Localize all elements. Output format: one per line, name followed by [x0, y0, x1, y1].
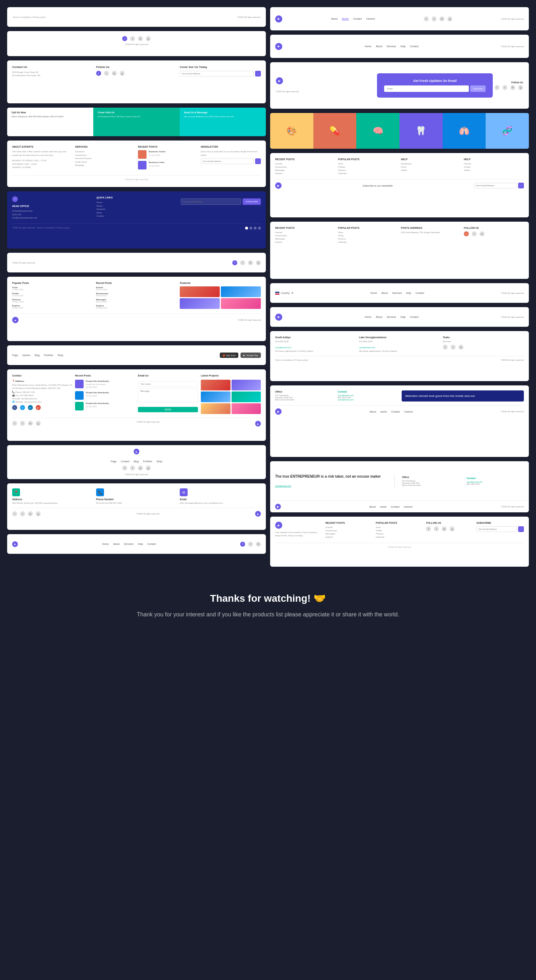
- linkedin-icon[interactable]: in: [138, 36, 143, 41]
- rn1-careers[interactable]: Careers: [366, 18, 375, 21]
- sn-about[interactable]: About: [376, 316, 382, 318]
- cfb-in[interactable]: in: [28, 421, 33, 426]
- ln2-contact[interactable]: Contact: [121, 460, 129, 463]
- email-sub-input[interactable]: [384, 86, 469, 92]
- nav-shop[interactable]: Shop: [57, 354, 63, 356]
- rn1-works[interactable]: Works: [342, 18, 349, 21]
- ape-in[interactable]: in: [28, 511, 33, 516]
- pa-in[interactable]: in: [479, 231, 485, 236]
- bn-fb[interactable]: f: [240, 542, 245, 547]
- ff-g[interactable]: g: [450, 526, 455, 531]
- center-tw-icon[interactable]: t: [240, 260, 245, 265]
- cf-in-icon[interactable]: in: [28, 405, 33, 410]
- ent-careers[interactable]: Careers: [404, 506, 413, 508]
- es-fb[interactable]: f: [495, 85, 500, 90]
- follow-fb-icon[interactable]: f: [96, 71, 101, 76]
- newsletter-email-input[interactable]: [201, 158, 254, 164]
- ent-works[interactable]: works: [380, 506, 386, 508]
- rn2-home[interactable]: Home: [365, 45, 372, 48]
- sn-services[interactable]: Services: [387, 316, 396, 318]
- ta-tw[interactable]: t: [450, 345, 455, 350]
- contact-email2-link[interactable]: user@email.com: [338, 399, 397, 401]
- ape-g[interactable]: g: [36, 511, 41, 516]
- facebook-icon[interactable]: f: [122, 36, 127, 41]
- visit-send-button[interactable]: ›: [255, 71, 261, 76]
- bn-help[interactable]: Help: [138, 543, 143, 545]
- cf-g-icon[interactable]: g+: [36, 405, 41, 410]
- center-fb-icon[interactable]: f: [232, 260, 237, 265]
- center-in-icon[interactable]: in: [248, 260, 253, 265]
- ln2-portfolio[interactable]: Portfolio: [143, 460, 152, 463]
- ent-contact[interactable]: Contact: [391, 506, 400, 508]
- wq-works[interactable]: works: [380, 410, 387, 413]
- sn-contact[interactable]: Contact: [410, 316, 419, 318]
- fl-subscribe-button[interactable]: ›: [518, 183, 524, 188]
- nav-games[interactable]: Games: [22, 354, 30, 356]
- entrepreneur-email[interactable]: user@email.com: [275, 485, 291, 487]
- addr-col1-email[interactable]: user@email.com: [275, 347, 291, 348]
- bn-tw[interactable]: t: [248, 542, 253, 547]
- cfb-fb[interactable]: f: [12, 421, 17, 426]
- pa-fb[interactable]: f: [464, 231, 469, 236]
- ff-tw[interactable]: t: [434, 526, 439, 531]
- ln2-tw[interactable]: t: [130, 466, 135, 471]
- ln2-in[interactable]: in: [138, 466, 143, 471]
- ape-tw[interactable]: t: [20, 511, 25, 516]
- ln-help[interactable]: Help: [406, 292, 411, 294]
- ln-services[interactable]: Services: [392, 292, 402, 294]
- fl-subscribe-input[interactable]: [474, 183, 517, 188]
- pa-tw[interactable]: t: [472, 231, 477, 236]
- wq-careers[interactable]: Careers: [404, 410, 413, 413]
- cfb-g[interactable]: g: [36, 421, 41, 426]
- ln-home[interactable]: Home: [370, 292, 377, 294]
- cf-message-textarea[interactable]: [138, 388, 198, 402]
- sn-home[interactable]: Home: [365, 316, 372, 318]
- bn-home[interactable]: Home: [102, 543, 109, 545]
- bn-contact[interactable]: Contact: [147, 543, 156, 545]
- ff-in[interactable]: in: [442, 526, 447, 531]
- addr-col2-email[interactable]: user@email.com: [359, 347, 375, 348]
- ln2-fb[interactable]: f: [122, 466, 127, 471]
- ta-in[interactable]: in: [458, 345, 463, 350]
- cf-name-input[interactable]: [138, 381, 198, 387]
- cfb-tw[interactable]: t: [20, 421, 25, 426]
- es-in[interactable]: in: [510, 85, 515, 90]
- follow-tw-icon[interactable]: t: [104, 71, 109, 76]
- wq-about[interactable]: About: [369, 410, 376, 413]
- rn2-help[interactable]: Help: [401, 45, 406, 48]
- bn-services[interactable]: Services: [124, 543, 134, 545]
- nav-portfolio[interactable]: Portfolio: [44, 354, 53, 356]
- ff-subscribe-button[interactable]: ›: [518, 526, 524, 532]
- rn2-services[interactable]: Services: [387, 45, 396, 48]
- dark-subscribe-input[interactable]: [181, 199, 241, 205]
- follow-in-icon[interactable]: in: [112, 71, 117, 76]
- ff-subscribe-input[interactable]: [476, 526, 517, 532]
- ln2-page[interactable]: Page: [111, 460, 116, 463]
- ape-fb[interactable]: f: [12, 511, 17, 516]
- rn1-about[interactable]: About: [331, 18, 337, 21]
- follow-g-icon[interactable]: g: [120, 71, 125, 76]
- ta-fb[interactable]: f: [443, 345, 448, 350]
- sn-help[interactable]: Help: [401, 316, 406, 318]
- nav-blog[interactable]: Blog: [35, 354, 40, 356]
- es-g[interactable]: g: [518, 85, 523, 90]
- cf-send-button[interactable]: SEND: [138, 407, 198, 412]
- ln-about[interactable]: About: [381, 292, 388, 294]
- twitter-icon[interactable]: t: [130, 36, 135, 41]
- bn-about[interactable]: About: [113, 543, 120, 545]
- rn2-about[interactable]: About: [376, 45, 382, 48]
- ln-contact[interactable]: Contact: [415, 292, 424, 294]
- ln2-shop[interactable]: Shop: [157, 460, 162, 463]
- dark-subscribe-button[interactable]: SUBSCRIBE: [243, 199, 261, 205]
- center-g-icon[interactable]: g: [256, 260, 261, 265]
- ln2-blog[interactable]: Blog: [134, 460, 139, 463]
- ff-fb[interactable]: f: [426, 526, 431, 531]
- r1-in[interactable]: in: [439, 16, 444, 21]
- ln2-g[interactable]: g: [146, 466, 151, 471]
- wq-contact[interactable]: Contact: [391, 410, 400, 413]
- rn2-contact[interactable]: Contact: [410, 45, 419, 48]
- cf-fb-icon[interactable]: f: [12, 405, 17, 410]
- nav-page[interactable]: Page: [12, 354, 18, 356]
- email-sub-button[interactable]: Subscribe: [470, 86, 485, 92]
- google-icon[interactable]: g: [146, 36, 151, 41]
